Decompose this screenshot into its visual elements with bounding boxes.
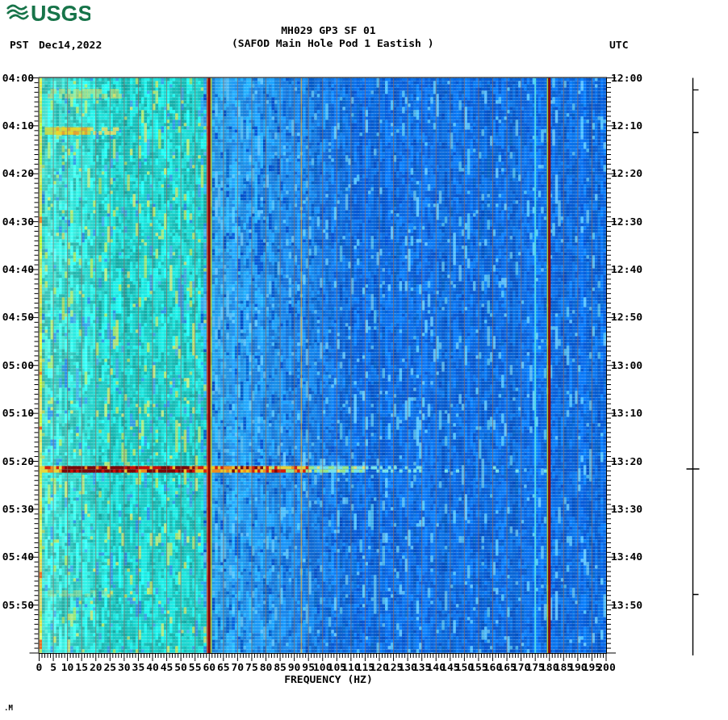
left-time-tick-label: 05:00 <box>0 360 34 371</box>
left-time-tick-label: 04:40 <box>0 264 34 275</box>
right-time-tick-label: 12:00 <box>611 73 648 84</box>
left-time-tick-label: 04:20 <box>0 168 34 179</box>
usgs-logo-text: USGS <box>31 2 90 24</box>
right-time-tick-label: 12:50 <box>611 312 648 323</box>
right-time-tick-label: 13:40 <box>611 551 648 563</box>
usgs-logo: USGS <box>6 2 90 24</box>
right-time-tick-label: 12:20 <box>611 168 648 179</box>
usgs-wave-icon <box>7 6 28 19</box>
chart-title: MH029 GP3 SF 01 <box>232 25 425 36</box>
left-time-tick-label: 05:50 <box>0 600 34 611</box>
left-time-tick-label: 04:50 <box>0 312 34 323</box>
left-time-tick-label: 04:00 <box>0 73 34 84</box>
chart-subtitle: (SAFOD Main Hole Pod 1 Eastish ) <box>232 38 425 49</box>
right-time-tick-label: 13:30 <box>611 504 648 515</box>
left-time-tick-label: 05:40 <box>0 551 34 563</box>
freq-tick-label: 200 <box>592 662 621 673</box>
right-time-tick-label: 12:40 <box>611 264 648 275</box>
left-time-tick-label: 04:30 <box>0 216 34 228</box>
left-time-tick-label: 05:10 <box>0 408 34 419</box>
left-time-tick-label: 05:30 <box>0 504 34 515</box>
right-time-tick-label: 13:10 <box>611 408 648 419</box>
usgs-spectrogram-page: USGS PST Dec14,2022 MH029 GP3 SF 01 (SAF… <box>0 0 728 720</box>
right-time-tick-label: 13:00 <box>611 360 648 371</box>
date-label: Dec14,2022 <box>39 40 102 51</box>
left-time-tick-label: 05:20 <box>0 456 34 467</box>
timezone-left-label: PST <box>10 40 28 51</box>
x-axis-title: FREQUENCY (HZ) <box>272 674 385 685</box>
right-time-tick-label: 12:10 <box>611 120 648 132</box>
right-time-tick-label: 13:20 <box>611 456 648 467</box>
right-time-tick-label: 13:50 <box>611 600 648 611</box>
right-time-tick-label: 12:30 <box>611 216 648 228</box>
footer-mark: .M <box>4 704 13 712</box>
timezone-right-label: UTC <box>609 40 628 51</box>
left-time-tick-label: 04:10 <box>0 120 34 132</box>
